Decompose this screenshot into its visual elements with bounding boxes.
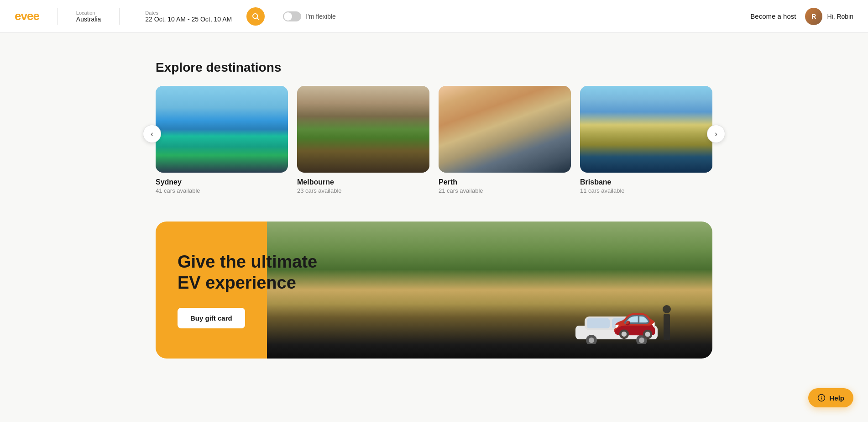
sydney-cars: 41 cars available [156, 187, 288, 194]
svg-rect-4 [664, 328, 667, 340]
main-content: Explore destinations ‹ Sydney 41 cars av… [137, 33, 731, 377]
carousel-prev-button[interactable]: ‹ [143, 125, 161, 143]
svg-rect-13 [612, 318, 637, 328]
toggle-track[interactable] [283, 11, 301, 21]
gift-card-banner: Give the ultimate EV experience Buy gift… [156, 222, 712, 359]
svg-rect-3 [664, 314, 670, 330]
location-label: Location [76, 10, 101, 16]
svg-point-11 [639, 338, 644, 343]
dates-label: Dates [145, 10, 232, 16]
search-button[interactable] [246, 7, 265, 26]
nav-divider [58, 8, 58, 25]
nav-divider-2 [119, 8, 120, 25]
destination-card-perth[interactable]: Perth 21 cars available [439, 86, 571, 194]
svg-point-2 [663, 305, 671, 313]
user-area[interactable]: R Hi, Robin [805, 8, 853, 25]
dates-value: 22 Oct, 10 AM - 25 Oct, 10 AM [145, 16, 232, 23]
destination-card-brisbane[interactable]: Brisbane 11 cars available [580, 86, 712, 194]
buy-gift-card-button[interactable]: Buy gift card [178, 308, 245, 328]
svg-line-1 [257, 18, 259, 20]
carousel-next-button[interactable]: › [707, 125, 725, 143]
explore-title: Explore destinations [137, 60, 731, 75]
sydney-name: Sydney [156, 178, 288, 186]
car-silhouette [571, 312, 662, 344]
perth-name: Perth [439, 178, 571, 186]
destinations-carousel: ‹ Sydney 41 cars available Melbourne 23 … [137, 86, 731, 194]
brisbane-cars: 11 cars available [580, 187, 712, 194]
location-field[interactable]: Location Australia [76, 10, 101, 23]
svg-point-9 [589, 338, 594, 343]
destination-card-sydney[interactable]: Sydney 41 cars available [156, 86, 288, 194]
brisbane-name: Brisbane [580, 178, 712, 186]
flexible-label: I'm flexible [306, 13, 336, 20]
perth-image [439, 86, 571, 173]
brisbane-image [580, 86, 712, 173]
logo[interactable]: evee [15, 9, 39, 23]
melbourne-cars: 23 cars available [297, 187, 429, 194]
gift-title: Give the ultimate EV experience [178, 252, 317, 293]
svg-rect-5 [667, 328, 670, 340]
perth-cars: 21 cars available [439, 187, 571, 194]
destinations-list: Sydney 41 cars available Melbourne 23 ca… [156, 86, 712, 194]
nav-right: Become a host R Hi, Robin [750, 8, 853, 25]
avatar: R [805, 8, 822, 25]
dates-field[interactable]: Dates 22 Oct, 10 AM - 25 Oct, 10 AM [145, 10, 232, 23]
melbourne-image [297, 86, 429, 173]
sydney-image [156, 86, 288, 173]
gift-content: Give the ultimate EV experience Buy gift… [156, 233, 339, 347]
flexible-toggle[interactable]: I'm flexible [283, 11, 336, 21]
melbourne-name: Melbourne [297, 178, 429, 186]
user-greeting: Hi, Robin [827, 13, 853, 20]
svg-rect-12 [587, 318, 610, 328]
destination-card-melbourne[interactable]: Melbourne 23 cars available [297, 86, 429, 194]
toggle-thumb [284, 12, 292, 21]
navbar: evee Location Australia Dates 22 Oct, 10… [0, 0, 868, 33]
search-icon [251, 12, 260, 21]
become-host-link[interactable]: Become a host [750, 12, 796, 20]
location-value: Australia [76, 16, 101, 23]
